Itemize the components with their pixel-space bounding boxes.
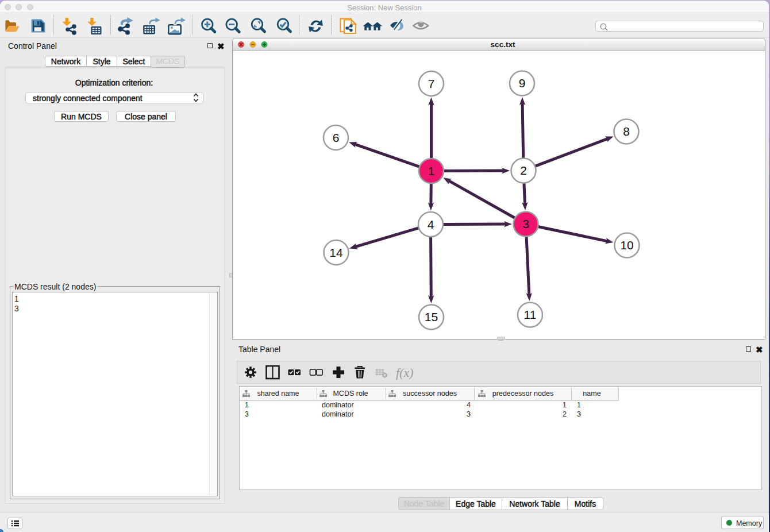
svg-text:4: 4 (428, 218, 434, 231)
svg-text:4: 4 (467, 401, 471, 409)
svg-text:15: 15 (425, 310, 438, 323)
svg-text:8: 8 (623, 125, 630, 138)
svg-text:dominator: dominator (322, 410, 354, 418)
svg-text:7: 7 (428, 77, 435, 90)
svg-text:3: 3 (467, 410, 471, 418)
svg-text:1: 1 (245, 401, 249, 409)
svg-text:MCDS role: MCDS role (333, 390, 368, 398)
svg-text:2: 2 (520, 164, 527, 177)
svg-text:f(x): f(x) (396, 365, 414, 380)
svg-text:10: 10 (620, 238, 633, 252)
svg-text:3: 3 (522, 217, 529, 230)
svg-text:name: name (583, 390, 600, 398)
svg-text:1: 1 (563, 401, 567, 409)
svg-text:6: 6 (333, 131, 340, 144)
svg-text:2: 2 (563, 410, 567, 418)
svg-text:successor nodes: successor nodes (403, 390, 457, 398)
svg-text:11: 11 (524, 308, 537, 321)
svg-text:3: 3 (577, 410, 581, 418)
svg-text:predecessor nodes: predecessor nodes (492, 390, 553, 398)
svg-text:1: 1 (428, 164, 435, 178)
svg-text:3: 3 (245, 410, 249, 418)
svg-text:9: 9 (519, 76, 526, 90)
svg-text:1: 1 (577, 401, 581, 409)
svg-text:dominator: dominator (322, 401, 354, 409)
svg-text:shared name: shared name (257, 390, 299, 398)
svg-text:14: 14 (329, 246, 343, 259)
